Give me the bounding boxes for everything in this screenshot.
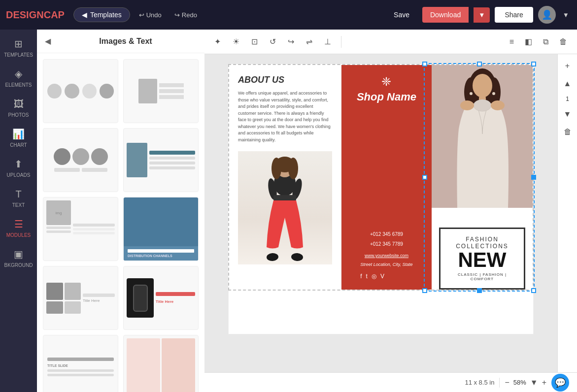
back-arrow-icon: ◀ xyxy=(82,11,87,19)
duplicate-button[interactable]: ⧉ xyxy=(539,34,552,49)
photos-icon: 🖼 xyxy=(12,98,25,110)
avatar: 👤 xyxy=(538,6,556,24)
left-panel: ◀ Images & Text xyxy=(37,30,204,392)
undo-button[interactable]: ↩ Undo xyxy=(135,9,166,21)
svg-point-8 xyxy=(267,253,279,261)
template-item-3[interactable] xyxy=(43,128,118,192)
page-number: 1 xyxy=(564,94,571,104)
templates-button[interactable]: ◀ Templates xyxy=(73,7,130,22)
zoom-controls: − 58% ▼ + xyxy=(505,378,546,387)
phone-2: +012 345 7789 xyxy=(360,239,412,249)
fashion-collections-label: FASHION COLLECTIONS xyxy=(445,236,519,250)
svg-rect-7 xyxy=(273,195,296,201)
brightness-button[interactable]: ☀ xyxy=(229,34,243,49)
align-button[interactable]: ⊥ xyxy=(320,34,335,49)
sidebar-item-templates[interactable]: ⊞ TEMPLATES xyxy=(1,33,36,62)
chart-icon: 📊 xyxy=(12,128,25,140)
twitter-icon: t xyxy=(366,273,368,280)
sidebar-item-chart[interactable]: 📊 CHART xyxy=(1,124,36,152)
chevron-down-icon: ▼ xyxy=(478,11,485,19)
sidebar-item-photos[interactable]: 🖼 PHOTOS xyxy=(1,94,36,122)
svg-point-9 xyxy=(291,253,304,261)
social-icons: f t ◎ V xyxy=(360,273,412,280)
delete-button[interactable]: 🗑 xyxy=(555,34,571,49)
chat-icon: 💬 xyxy=(555,377,566,388)
svg-point-18 xyxy=(491,100,505,110)
template-thumb-4 xyxy=(124,129,198,192)
zoom-dropdown-button[interactable]: ▼ xyxy=(530,378,538,387)
save-button[interactable]: Save xyxy=(386,8,417,22)
address: Street Location, City, State xyxy=(360,262,412,267)
model-left-svg xyxy=(243,154,327,264)
add-page-button[interactable]: + xyxy=(560,58,576,74)
chat-button[interactable]: 💬 xyxy=(551,374,569,392)
redo-icon: ↪ xyxy=(174,11,180,19)
sidebar-item-uploads[interactable]: ⬆ UPLOADS xyxy=(1,154,36,182)
collapse-panel-button[interactable]: ◀ xyxy=(45,36,51,46)
topbar: DESIGNCAP ◀ Templates ↩ Undo ↪ Redo Save… xyxy=(0,0,577,30)
svg-point-17 xyxy=(460,100,474,110)
layers-button[interactable]: ◧ xyxy=(521,34,536,49)
sidebar-item-bkground[interactable]: ▣ BKGROUND xyxy=(1,244,36,272)
status-divider xyxy=(499,378,500,388)
grid-icon: ⊞ xyxy=(12,37,25,50)
template-item-9[interactable]: TITLE SLIDE xyxy=(43,335,118,392)
canvas-scroll[interactable]: ABOUT US We offers unique apparel, and a… xyxy=(204,54,557,372)
template-item-5[interactable]: img xyxy=(43,197,118,261)
text-icon: T xyxy=(12,188,25,200)
vimeo-icon: V xyxy=(380,273,384,280)
sidebar-item-text[interactable]: T TEXT xyxy=(1,184,36,212)
sidebar-item-modules[interactable]: ☰ MODULES xyxy=(1,214,36,242)
design-canvas: ABOUT US We offers unique apparel, and a… xyxy=(218,64,543,362)
about-text: We offers unique apparel, and accessorie… xyxy=(238,90,332,143)
crop-button[interactable]: ⊡ xyxy=(247,34,262,49)
template-thumb-1 xyxy=(43,60,118,123)
template-item-1[interactable] xyxy=(43,59,118,123)
website: www.yourwebsite.com xyxy=(360,253,412,258)
page-up-button[interactable]: ▲ xyxy=(560,76,576,92)
redo-button[interactable]: ↪ Redo xyxy=(170,9,201,21)
zoom-out-button[interactable]: − xyxy=(505,378,509,387)
brochure-main[interactable]: ABOUT US We offers unique apparel, and a… xyxy=(228,64,534,291)
ornament-decoration: ❈ xyxy=(357,75,416,89)
main-content: ⊞ TEMPLATES ◈ ELEMENTS 🖼 PHOTOS 📊 CHART … xyxy=(0,30,577,392)
left-panel-header: ◀ Images & Text xyxy=(37,30,204,53)
undo-icon: ↩ xyxy=(139,11,144,19)
background-icon: ▣ xyxy=(12,248,25,261)
template-thumb-10 xyxy=(124,335,198,392)
svg-point-19 xyxy=(470,92,473,95)
template-item-2[interactable] xyxy=(123,59,199,123)
download-button[interactable]: Download xyxy=(422,7,469,23)
modules-icon: ☰ xyxy=(12,218,25,230)
template-item-7[interactable]: Title Here xyxy=(43,266,118,330)
sidebar: ⊞ TEMPLATES ◈ ELEMENTS 🖼 PHOTOS 📊 CHART … xyxy=(0,30,37,392)
template-thumb-3 xyxy=(43,129,118,192)
uploads-icon: ⬆ xyxy=(12,158,25,170)
zoom-level: 58% xyxy=(513,379,526,386)
sidebar-item-elements[interactable]: ◈ ELEMENTS xyxy=(1,64,36,92)
magic-wand-button[interactable]: ✦ xyxy=(210,34,225,49)
template-item-6[interactable]: DISTRIBUTION CHANNELS xyxy=(123,197,199,261)
toolbar-divider xyxy=(341,36,341,48)
status-bar: 11 x 8.5 in − 58% ▼ + 💬 xyxy=(204,372,577,392)
page-down-button[interactable]: ▼ xyxy=(560,106,576,122)
align-distribute-button[interactable]: ≡ xyxy=(506,34,518,49)
account-dropdown-button[interactable]: ▼ xyxy=(561,9,571,21)
svg-point-16 xyxy=(474,99,491,111)
right-panel: + ▲ 1 ▼ 🗑 xyxy=(557,54,577,372)
svg-point-20 xyxy=(492,92,495,95)
fashion-box: FASHION COLLECTIONS NEW CLASSIC | FASHIO… xyxy=(439,228,525,290)
fashion-tagline-label: CLASSIC | FASHION | COMFORT xyxy=(445,272,519,281)
template-item-10[interactable] xyxy=(123,335,199,392)
download-dropdown-button[interactable]: ▼ xyxy=(474,7,490,23)
brochure-left-column: ABOUT US We offers unique apparel, and a… xyxy=(229,65,341,290)
zoom-in-button[interactable]: + xyxy=(542,378,546,387)
rotate-right-button[interactable]: ↪ xyxy=(284,34,298,49)
template-item-8[interactable]: Title Here xyxy=(123,266,199,330)
flip-button[interactable]: ⇌ xyxy=(302,34,316,49)
template-item-4[interactable] xyxy=(123,128,199,192)
delete-page-button[interactable]: 🗑 xyxy=(560,124,576,140)
share-button[interactable]: Share xyxy=(495,7,533,23)
about-title: ABOUT US xyxy=(238,75,332,85)
rotate-left-button[interactable]: ↺ xyxy=(266,34,280,49)
